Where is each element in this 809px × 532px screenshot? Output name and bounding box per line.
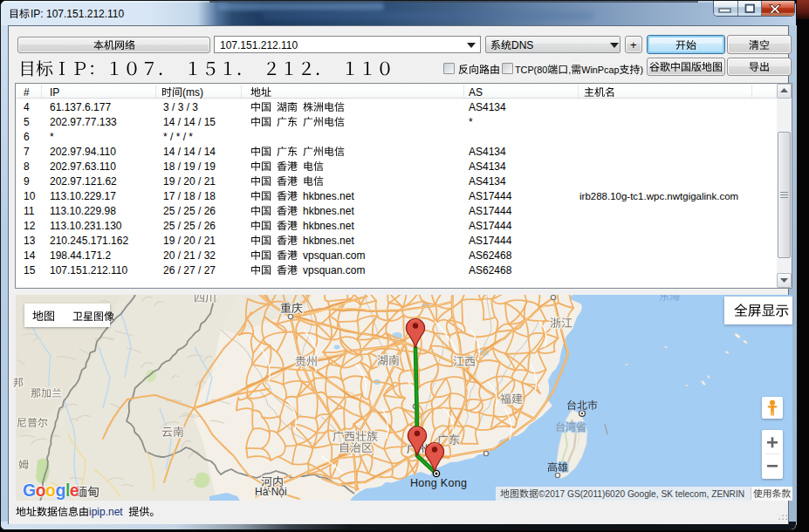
svg-text:ipip.net: ipip.net (89, 506, 123, 518)
svg-text:©2017 GS(2011)6020 Google, SK: ©2017 GS(2011)6020 Google, SK telecom, Z… (538, 489, 744, 499)
svg-text:26 / 27 / 27: 26 / 27 / 27 (163, 264, 216, 276)
svg-text:202.97.94.110: 202.97.94.110 (50, 146, 116, 158)
svg-text:TCP(80: TCP(80 (515, 65, 547, 75)
svg-text:17 / 18 / 18: 17 / 18 / 18 (163, 190, 216, 202)
svg-text:113.10.229.98: 113.10.229.98 (50, 205, 116, 217)
svg-text:13: 13 (24, 235, 36, 247)
svg-text:IP: IP (50, 86, 59, 99)
svg-text:210.245.171.162: 210.245.171.162 (50, 235, 128, 247)
svg-text:vpsquan.com: vpsquan.com (303, 264, 365, 276)
svg-text:AS62468: AS62468 (469, 249, 512, 262)
svg-text:14 / 14 / 15: 14 / 14 / 15 (163, 116, 216, 128)
svg-text:25 / 25 / 26: 25 / 25 / 26 (163, 220, 216, 232)
svg-text:AS4134: AS4134 (469, 160, 506, 173)
svg-text:AS4134: AS4134 (469, 101, 506, 113)
svg-text:107.151.212.110: 107.151.212.110 (50, 264, 128, 276)
svg-text:hkbnes.net: hkbnes.net (303, 190, 354, 202)
svg-text:hkbnes.net: hkbnes.net (303, 220, 354, 232)
svg-text:vpsquan.com: vpsquan.com (303, 249, 365, 262)
svg-text:107.151.212.110: 107.151.212.110 (220, 39, 298, 51)
svg-text:19 / 20 / 21: 19 / 20 / 21 (163, 235, 216, 247)
svg-text:+: + (630, 38, 637, 51)
svg-text:5: 5 (24, 116, 30, 128)
svg-text:hkbnes.net: hkbnes.net (303, 205, 354, 217)
svg-text:irb288.10g-tc1.wpc.nwtgigalink: irb288.10g-tc1.wpc.nwtgigalink.com (579, 191, 738, 201)
svg-text:,: , (568, 65, 571, 75)
svg-text:* / * / *: * / * / * (163, 131, 193, 143)
svg-text:): ) (640, 65, 643, 75)
svg-text:9: 9 (24, 175, 30, 188)
svg-text:20 / 21 / 32: 20 / 21 / 32 (163, 249, 216, 262)
svg-text:8: 8 (24, 160, 30, 173)
svg-text:Hà Nội: Hà Nội (255, 486, 287, 498)
svg-text:6: 6 (24, 131, 30, 143)
svg-text:AS17444: AS17444 (469, 205, 512, 217)
svg-text:Hong Kong: Hong Kong (410, 477, 467, 489)
svg-text:202.97.121.62: 202.97.121.62 (50, 175, 117, 188)
svg-text:25 / 25 / 26: 25 / 25 / 26 (163, 205, 216, 217)
svg-text:AS62468: AS62468 (469, 264, 512, 276)
svg-text:14: 14 (24, 249, 36, 262)
svg-text:61.137.6.177: 61.137.6.177 (50, 101, 111, 113)
svg-text:19 / 20 / 21: 19 / 20 / 21 (163, 175, 216, 188)
svg-text:202.97.63.110: 202.97.63.110 (50, 160, 116, 173)
svg-text:198.44.171.2: 198.44.171.2 (50, 249, 111, 262)
svg-text:15: 15 (24, 264, 36, 276)
svg-text:18 / 19 / 19: 18 / 19 / 19 (163, 160, 216, 173)
svg-text:AS17444: AS17444 (469, 235, 512, 247)
svg-text:*: * (469, 116, 473, 128)
svg-text:3 / 3 / 3: 3 / 3 / 3 (163, 101, 198, 113)
svg-text:10: 10 (24, 190, 36, 202)
svg-text:DNS: DNS (511, 39, 533, 51)
svg-text:AS4134: AS4134 (469, 146, 506, 158)
svg-text:202.97.77.133: 202.97.77.133 (50, 116, 117, 128)
svg-text:(ms): (ms) (182, 86, 203, 99)
svg-text:113.10.231.130: 113.10.231.130 (50, 220, 122, 232)
svg-text:AS4134: AS4134 (469, 175, 506, 188)
svg-text:AS17444: AS17444 (469, 190, 512, 202)
svg-text:113.10.229.17: 113.10.229.17 (50, 190, 116, 202)
svg-text:12: 12 (24, 220, 36, 232)
svg-text:IP: 107.151.212.110: IP: 107.151.212.110 (31, 8, 125, 20)
svg-text:14 / 14 / 14: 14 / 14 / 14 (163, 146, 216, 158)
svg-text:4: 4 (24, 101, 30, 113)
svg-text:AS17444: AS17444 (469, 220, 512, 232)
svg-text:#: # (24, 86, 30, 99)
svg-text:WinPcap: WinPcap (581, 65, 619, 75)
svg-text:11: 11 (24, 205, 35, 217)
svg-text:AS: AS (469, 86, 483, 99)
svg-text:hkbnes.net: hkbnes.net (303, 235, 354, 247)
svg-text:*: * (50, 131, 54, 143)
svg-text:7: 7 (24, 146, 30, 158)
